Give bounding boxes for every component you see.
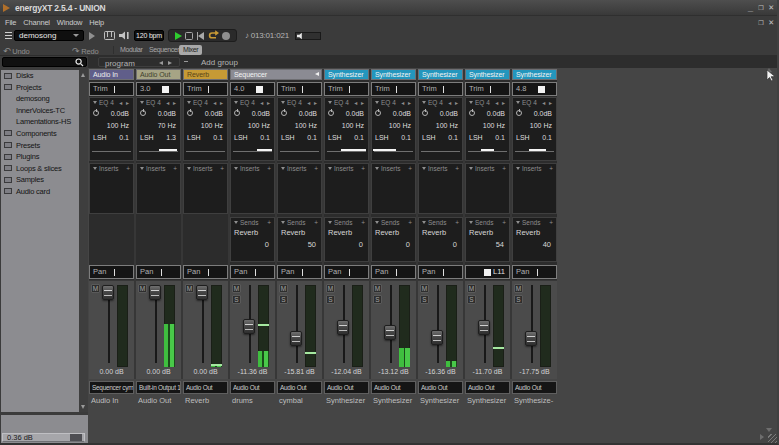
pan-knob[interactable] — [484, 269, 491, 276]
inserts-section[interactable]: Inserts+ — [324, 163, 369, 214]
strip-header[interactable]: Synthesizer — [324, 69, 369, 80]
output-selector[interactable]: Audio Out — [183, 381, 228, 394]
strip-header[interactable]: Synthesizer — [371, 69, 416, 80]
piano-icon[interactable] — [104, 31, 115, 40]
eq-q-value[interactable]: 0.1 — [466, 134, 509, 141]
trim-control[interactable]: 4.0 — [230, 82, 275, 96]
trim-knob[interactable] — [256, 86, 263, 93]
mixer-scroll-right-icon[interactable] — [760, 434, 764, 440]
strip-header[interactable]: Reverb — [183, 69, 228, 80]
resize-grip[interactable] — [768, 434, 777, 443]
eq-q-value[interactable]: 0.1 — [372, 134, 415, 141]
eq-gain-value[interactable]: 0.0dB — [419, 110, 462, 117]
channel-name[interactable]: Audio Out — [138, 396, 171, 405]
pan-control[interactable]: L11 — [465, 265, 510, 279]
output-selector[interactable]: Audio Out — [230, 381, 275, 394]
fader-handle[interactable] — [102, 285, 114, 300]
add-insert-icon[interactable]: + — [126, 165, 130, 172]
eq-freq-value[interactable]: 100 Hz — [372, 122, 415, 129]
output-selector[interactable]: Audio Out — [512, 381, 557, 394]
eq-freq-value[interactable]: 100 Hz — [513, 122, 556, 129]
scroll-down-icon[interactable] — [81, 405, 85, 409]
next-program-icon[interactable] — [168, 61, 172, 65]
sends-section[interactable]: Sends+ Reverb 0 — [230, 217, 275, 262]
solo-button[interactable]: S — [467, 295, 476, 304]
mute-button[interactable]: M — [185, 284, 194, 293]
inserts-section[interactable]: Inserts+ — [230, 163, 275, 214]
program-selector[interactable]: program — [98, 57, 180, 67]
collapse-icon[interactable] — [93, 101, 97, 104]
strip-header[interactable]: Audio In — [89, 69, 134, 80]
solo-button[interactable]: S — [326, 295, 335, 304]
close-icon[interactable]: ✕ — [769, 2, 774, 12]
eq-gain-value[interactable]: 0.0dB — [184, 110, 227, 117]
eq-q-value[interactable]: 0.1 — [278, 134, 321, 141]
sends-section[interactable]: Sends+ Reverb 0 — [371, 217, 416, 262]
send-target[interactable]: Reverb — [375, 228, 399, 237]
eq-band-nav[interactable]: ◂ ▸ — [260, 99, 271, 106]
mute-button[interactable]: M — [514, 284, 523, 293]
tree-item[interactable]: Presets — [1, 140, 79, 152]
output-selector[interactable]: Audio Out — [371, 381, 416, 394]
output-selector[interactable]: Audio Out — [277, 381, 322, 394]
trim-control[interactable]: Trim — [418, 82, 463, 96]
eq-band-nav[interactable]: ◂ ▸ — [542, 99, 553, 106]
pan-control[interactable]: Pan — [512, 265, 557, 279]
collapse-icon[interactable] — [140, 167, 144, 170]
collapse-icon[interactable] — [516, 221, 520, 224]
eq-q-value[interactable]: 0.1 — [231, 134, 274, 141]
pan-control[interactable]: Pan — [183, 265, 228, 279]
tab-mixer[interactable]: Mixer — [179, 45, 202, 55]
trim-knob[interactable] — [162, 86, 169, 93]
menu-icon[interactable] — [5, 32, 12, 39]
collapse-icon[interactable] — [422, 221, 426, 224]
record-button[interactable] — [222, 32, 230, 40]
tree-item[interactable]: InnerVoices-TC — [1, 105, 79, 117]
tree-item[interactable]: Components — [1, 128, 79, 140]
eq-gain-value[interactable]: 0.0dB — [137, 110, 180, 117]
trim-knob[interactable] — [538, 86, 545, 93]
send-amount[interactable]: 40 — [543, 240, 551, 249]
tempo-display[interactable]: 120 bpm — [134, 30, 164, 41]
mute-button[interactable]: M — [91, 284, 100, 293]
tree-item[interactable]: Projects — [1, 82, 79, 94]
eq-q-value[interactable]: 0.1 — [325, 134, 368, 141]
slider-thumb[interactable] — [70, 434, 82, 441]
menu-item[interactable]: Window — [57, 17, 82, 28]
add-group-button[interactable]: Add group — [201, 58, 238, 67]
add-send-icon[interactable]: + — [502, 219, 506, 226]
send-amount[interactable]: 0 — [265, 240, 269, 249]
tree-item[interactable]: Plugins — [1, 151, 79, 163]
eq-gain-value[interactable]: 0.0dB — [278, 110, 321, 117]
prev-program-icon[interactable] — [159, 61, 163, 65]
collapse-icon[interactable] — [234, 221, 238, 224]
strip-header[interactable]: Sequencer — [230, 69, 322, 80]
output-selector[interactable]: Audio Out — [465, 381, 510, 394]
inserts-section[interactable]: Inserts+ — [371, 163, 416, 214]
inserts-section[interactable]: Inserts+ — [183, 163, 228, 214]
trim-control[interactable]: Trim — [183, 82, 228, 96]
collapse-icon[interactable] — [375, 221, 379, 224]
add-insert-icon[interactable]: + — [502, 165, 506, 172]
redo-button[interactable]: ↷ Redo — [72, 46, 98, 56]
collapse-icon[interactable] — [469, 101, 473, 104]
tree-item[interactable]: Samples — [1, 174, 79, 186]
channel-name[interactable]: cymbal — [279, 396, 303, 405]
trim-control[interactable]: 3.0 — [136, 82, 181, 96]
eq-band-nav[interactable]: ◂ ▸ — [119, 99, 130, 106]
sends-section[interactable]: Sends+ Reverb 54 — [465, 217, 510, 262]
eq-q-value[interactable]: 1.3 — [137, 134, 180, 141]
mdi-close-icon[interactable]: ✕ — [769, 17, 774, 27]
sends-section[interactable]: Sends+ Reverb 0 — [418, 217, 463, 262]
send-amount[interactable]: 0 — [406, 240, 410, 249]
pan-control[interactable]: Pan — [371, 265, 416, 279]
play-button[interactable] — [175, 32, 182, 40]
channel-name[interactable]: Audio In — [91, 396, 119, 405]
trim-control[interactable]: Trim — [465, 82, 510, 96]
send-target[interactable]: Reverb — [234, 228, 258, 237]
collapse-icon[interactable] — [328, 221, 332, 224]
output-selector[interactable]: Audio Out — [324, 381, 369, 394]
collapse-left-icon[interactable] — [315, 72, 319, 76]
solo-button[interactable]: S — [279, 295, 288, 304]
master-volume-slider[interactable] — [295, 32, 321, 40]
